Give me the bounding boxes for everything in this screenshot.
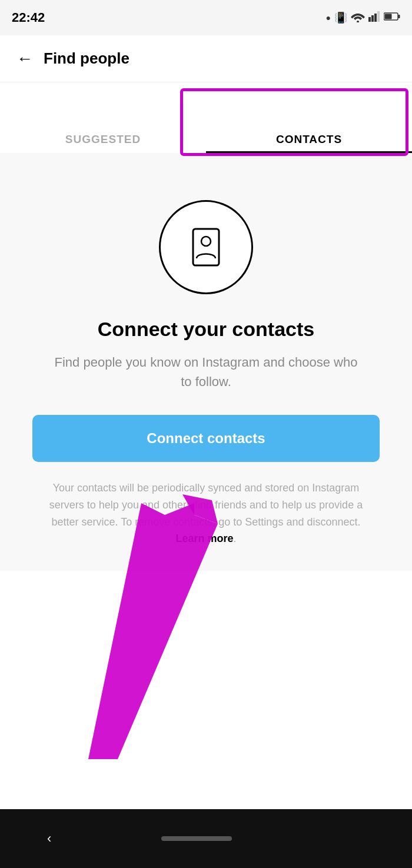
svg-rect-2 <box>371 15 374 22</box>
svg-point-0 <box>357 21 359 22</box>
connect-contacts-label: Connect contacts <box>147 430 265 447</box>
svg-rect-4 <box>377 11 380 22</box>
connect-title: Connect your contacts <box>98 318 314 341</box>
connect-description: Find people you know on Instagram and ch… <box>53 352 359 391</box>
learn-more-link[interactable]: Learn more <box>175 533 233 544</box>
svg-rect-3 <box>374 14 377 22</box>
nav-back-button[interactable]: ‹ <box>47 831 51 846</box>
tab-contacts[interactable]: CONTACTS <box>206 82 412 153</box>
svg-point-9 <box>201 237 211 246</box>
tab-contacts-underline <box>206 151 412 153</box>
svg-rect-1 <box>368 17 371 22</box>
signal-bars-icon <box>368 11 380 24</box>
nav-home-pill[interactable] <box>161 836 232 841</box>
tab-suggested-label: SUGGESTED <box>65 133 141 146</box>
tab-contacts-label: CONTACTS <box>276 133 342 146</box>
tabs-container: SUGGESTED CONTACTS <box>0 82 412 153</box>
fine-print: Your contacts will be periodically synce… <box>41 480 371 547</box>
wifi-icon <box>351 11 365 25</box>
connect-contacts-button[interactable]: Connect contacts <box>32 415 380 462</box>
svg-rect-6 <box>398 15 400 18</box>
status-time: 22:42 <box>12 10 45 25</box>
back-button[interactable]: ← <box>12 46 38 72</box>
signal-icon: ● <box>326 13 331 22</box>
contact-book-icon <box>185 227 227 268</box>
status-bar: 22:42 ● 📳 <box>0 0 412 35</box>
vibrate-icon: 📳 <box>334 11 347 24</box>
bottom-nav: ‹ <box>0 809 412 868</box>
svg-rect-8 <box>193 229 219 265</box>
svg-rect-7 <box>385 14 392 19</box>
main-content: Connect your contacts Find people you kn… <box>0 153 412 571</box>
header: ← Find people <box>0 35 412 82</box>
tab-suggested[interactable]: SUGGESTED <box>0 82 206 153</box>
battery-icon <box>384 12 400 24</box>
contact-icon-circle <box>159 200 253 294</box>
status-icons: ● 📳 <box>326 11 400 25</box>
back-arrow-icon: ← <box>16 49 33 68</box>
page-title: Find people <box>44 49 129 68</box>
